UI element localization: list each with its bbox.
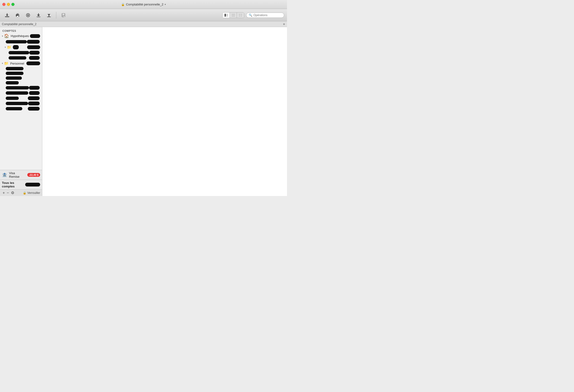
download-button[interactable] [34,11,43,19]
svg-rect-22 [64,16,65,17]
add-tab-button[interactable]: + [283,22,285,26]
svg-rect-25 [232,14,235,15]
calculator-button[interactable] [59,11,68,19]
sidebar-toolbar-left: + − ⚙ [2,190,15,195]
house-icon: 🏠 [4,34,9,38]
close-button[interactable] [2,3,5,6]
remove-account-button[interactable]: − [6,191,9,195]
search-input[interactable] [253,14,282,17]
sync-button[interactable] [24,11,32,19]
p-item-2-label [6,72,23,75]
p-item-4-label [6,81,19,84]
p-item-5-label [6,86,29,90]
personnel-item-8[interactable] [0,101,42,106]
hypotheques-item-1-value [27,40,40,44]
visa-remise-row[interactable]: 🏦 Visa Remise -22,40 $ [0,170,42,180]
personnel-item-9[interactable] [0,106,42,111]
svg-rect-19 [64,15,65,16]
folder-icon: 📁 [7,45,11,49]
hypotheques-item-1[interactable] [0,39,42,44]
title-chevron-icon[interactable]: ▾ [165,3,166,6]
bank-icon: 🏦 [2,172,7,177]
main-layout: Comptes ▾ 🏠 Hypothèques ▾ 📁 [0,27,287,196]
svg-rect-20 [62,16,63,16]
svg-rect-11 [37,17,41,17]
p-item-7-value [28,96,40,100]
p-item-8-value [28,102,40,105]
personnel-item-2[interactable] [0,71,42,76]
hypotheques-group-header[interactable]: ▾ 🏠 Hypothèques [0,33,42,39]
title-lock-icon: 🔒 [121,3,125,6]
svg-rect-0 [5,16,9,17]
titlebar: 🔒 Comptabilité personnelle_2 ▾ [0,0,287,9]
subtitle-bar: Comptabilité personnelle_2 + [0,21,287,27]
comptes-section-header: Comptes [0,28,42,33]
sub-group-header[interactable]: ▾ 📁 [0,44,42,50]
p-item-9-value [28,107,40,111]
p-item-7-label [6,96,19,100]
p-item-5-value [29,86,40,90]
svg-marker-2 [6,15,8,16]
sub-item-1-value [29,51,40,55]
sub-item-1-label [9,51,29,54]
personnel-label: Personnel [10,62,25,65]
import-button[interactable] [3,11,11,19]
hypotheques-chevron-icon: ▾ [2,35,3,37]
svg-rect-16 [62,14,65,15]
view-columns-button[interactable] [230,13,237,18]
lock-icon: 🔒 [23,191,26,195]
p-item-1-label [6,67,23,70]
hypotheques-item-1-label [6,40,27,43]
personnel-item-3[interactable] [0,76,42,80]
sub-item-2[interactable] [0,55,42,60]
sub-group-label [13,45,19,49]
p-item-6-label [6,91,28,95]
sub-item-1[interactable] [0,50,42,55]
tous-les-comptes-value [25,183,40,187]
visa-remise-label: Visa Remise [9,171,25,178]
tous-les-comptes-row[interactable]: Tous les comptes [0,180,42,189]
personnel-item-5[interactable] [0,85,42,90]
minimize-button[interactable] [7,3,10,6]
personnel-item-1[interactable] [0,66,42,71]
sub-group-chevron-icon: ▾ [5,46,6,48]
add-account-button[interactable]: + [2,191,5,195]
svg-rect-23 [225,14,226,17]
svg-rect-30 [241,16,242,17]
personnel-item-4[interactable] [0,80,42,85]
verrouiller-label: Verrouiller [27,191,40,195]
personnel-group-header[interactable]: ▾ 📁 Personnel [0,60,42,66]
personnel-item-6[interactable] [0,90,42,96]
lock-row[interactable]: 🔒 Verrouiller [23,191,40,195]
sub-item-2-value [29,56,40,60]
svg-rect-24 [226,14,228,17]
svg-point-8 [27,15,29,16]
window-title: Comptabilité personnelle_2 [126,3,164,6]
sidebar-toolbar: + − ⚙ 🔒 Verrouiller [0,189,42,196]
maximize-button[interactable] [11,3,15,6]
print-button[interactable] [13,11,22,19]
p-item-6-value [29,91,40,95]
toolbar: 🔍 [0,9,287,21]
search-icon: 🔍 [249,14,252,17]
p-item-3-label [6,76,22,80]
traffic-lights [2,3,15,6]
view-list-button[interactable] [223,13,230,18]
svg-rect-26 [232,16,235,17]
svg-rect-17 [62,15,63,16]
toolbar-separator [56,12,56,19]
personnel-value [26,61,40,65]
search-box[interactable]: 🔍 [246,13,284,18]
settings-account-button[interactable]: ⚙ [10,190,15,195]
svg-marker-13 [47,14,50,16]
sidebar: Comptes ▾ 🏠 Hypothèques ▾ 📁 [0,27,42,196]
svg-rect-18 [63,15,64,16]
view-split-button[interactable] [237,13,244,18]
main-content [42,27,287,196]
personnel-item-7[interactable] [0,96,42,101]
upload-button[interactable] [45,11,53,19]
svg-rect-5 [17,16,19,17]
sidebar-content: Comptes ▾ 🏠 Hypothèques ▾ 📁 [0,27,42,170]
svg-rect-14 [47,17,51,17]
sub-item-2-label [9,56,26,59]
